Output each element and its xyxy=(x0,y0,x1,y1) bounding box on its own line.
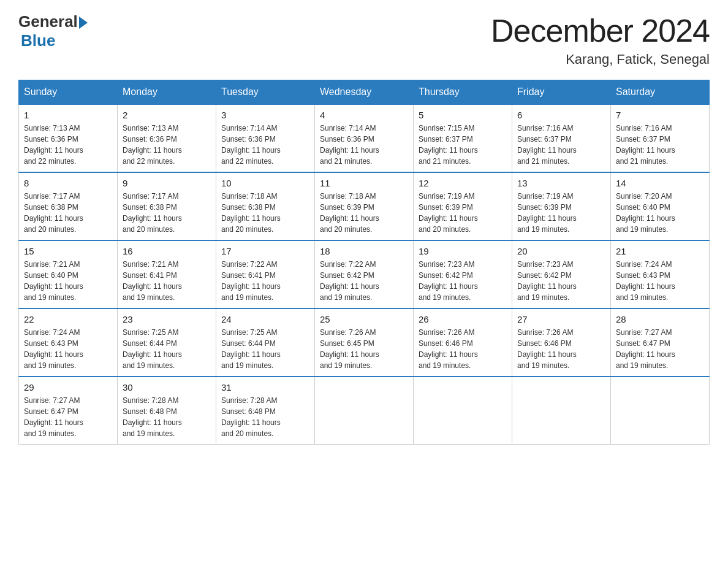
calendar-cell xyxy=(315,377,414,445)
calendar-cell: 6 Sunrise: 7:16 AM Sunset: 6:37 PM Dayli… xyxy=(512,104,611,172)
week-row-2: 8 Sunrise: 7:17 AM Sunset: 6:38 PM Dayli… xyxy=(19,172,710,240)
day-info: Sunrise: 7:28 AM Sunset: 6:48 PM Dayligh… xyxy=(123,395,211,439)
logo-general-text: General xyxy=(18,12,78,31)
header-saturday: Saturday xyxy=(611,80,710,105)
day-info: Sunrise: 7:22 AM Sunset: 6:42 PM Dayligh… xyxy=(320,259,408,303)
calendar-cell: 25 Sunrise: 7:26 AM Sunset: 6:45 PM Dayl… xyxy=(315,308,414,377)
day-info: Sunrise: 7:26 AM Sunset: 6:46 PM Dayligh… xyxy=(517,327,605,371)
day-info: Sunrise: 7:27 AM Sunset: 6:47 PM Dayligh… xyxy=(616,327,704,371)
logo-arrow-icon xyxy=(79,17,88,29)
calendar-cell: 26 Sunrise: 7:26 AM Sunset: 6:46 PM Dayl… xyxy=(414,308,512,377)
day-number: 16 xyxy=(123,246,211,256)
header-friday: Friday xyxy=(512,80,611,105)
day-number: 19 xyxy=(419,246,507,256)
day-info: Sunrise: 7:17 AM Sunset: 6:38 PM Dayligh… xyxy=(24,191,112,235)
calendar-cell: 19 Sunrise: 7:23 AM Sunset: 6:42 PM Dayl… xyxy=(414,240,512,308)
calendar-cell: 13 Sunrise: 7:19 AM Sunset: 6:39 PM Dayl… xyxy=(512,172,611,240)
calendar-cell: 10 Sunrise: 7:18 AM Sunset: 6:38 PM Dayl… xyxy=(216,172,315,240)
day-number: 7 xyxy=(616,110,704,120)
day-number: 1 xyxy=(24,110,112,120)
calendar-cell: 9 Sunrise: 7:17 AM Sunset: 6:38 PM Dayli… xyxy=(118,172,216,240)
day-number: 22 xyxy=(24,314,112,324)
day-info: Sunrise: 7:16 AM Sunset: 6:37 PM Dayligh… xyxy=(517,123,605,167)
day-info: Sunrise: 7:22 AM Sunset: 6:41 PM Dayligh… xyxy=(221,259,309,303)
calendar-cell: 29 Sunrise: 7:27 AM Sunset: 6:47 PM Dayl… xyxy=(19,377,118,445)
calendar-cell: 17 Sunrise: 7:22 AM Sunset: 6:41 PM Dayl… xyxy=(216,240,315,308)
logo: General Blue xyxy=(18,12,88,50)
calendar-cell: 14 Sunrise: 7:20 AM Sunset: 6:40 PM Dayl… xyxy=(611,172,710,240)
day-info: Sunrise: 7:24 AM Sunset: 6:43 PM Dayligh… xyxy=(616,259,704,303)
logo-blue-text: Blue xyxy=(21,31,55,50)
calendar-cell xyxy=(611,377,710,445)
day-info: Sunrise: 7:27 AM Sunset: 6:47 PM Dayligh… xyxy=(24,395,112,439)
day-info: Sunrise: 7:13 AM Sunset: 6:36 PM Dayligh… xyxy=(24,123,112,167)
day-number: 4 xyxy=(320,110,408,120)
week-row-3: 15 Sunrise: 7:21 AM Sunset: 6:40 PM Dayl… xyxy=(19,240,710,308)
calendar-cell: 24 Sunrise: 7:25 AM Sunset: 6:44 PM Dayl… xyxy=(216,308,315,377)
calendar-cell: 15 Sunrise: 7:21 AM Sunset: 6:40 PM Dayl… xyxy=(19,240,118,308)
calendar-cell: 7 Sunrise: 7:16 AM Sunset: 6:37 PM Dayli… xyxy=(611,104,710,172)
day-number: 12 xyxy=(419,178,507,188)
day-info: Sunrise: 7:23 AM Sunset: 6:42 PM Dayligh… xyxy=(517,259,605,303)
day-number: 2 xyxy=(123,110,211,120)
day-number: 9 xyxy=(123,178,211,188)
day-info: Sunrise: 7:21 AM Sunset: 6:40 PM Dayligh… xyxy=(24,259,112,303)
calendar-cell: 16 Sunrise: 7:21 AM Sunset: 6:41 PM Dayl… xyxy=(118,240,216,308)
calendar-subtitle: Karang, Fatick, Senegal xyxy=(491,52,710,67)
day-info: Sunrise: 7:26 AM Sunset: 6:46 PM Dayligh… xyxy=(419,327,507,371)
day-number: 21 xyxy=(616,246,704,256)
calendar-header-row: Sunday Monday Tuesday Wednesday Thursday… xyxy=(19,80,710,105)
day-info: Sunrise: 7:14 AM Sunset: 6:36 PM Dayligh… xyxy=(221,123,309,167)
day-number: 10 xyxy=(221,178,309,188)
week-row-4: 22 Sunrise: 7:24 AM Sunset: 6:43 PM Dayl… xyxy=(19,308,710,377)
calendar-cell: 5 Sunrise: 7:15 AM Sunset: 6:37 PM Dayli… xyxy=(414,104,512,172)
day-info: Sunrise: 7:15 AM Sunset: 6:37 PM Dayligh… xyxy=(419,123,507,167)
header-sunday: Sunday xyxy=(19,80,118,105)
calendar-cell: 3 Sunrise: 7:14 AM Sunset: 6:36 PM Dayli… xyxy=(216,104,315,172)
day-number: 20 xyxy=(517,246,605,256)
calendar-cell: 31 Sunrise: 7:28 AM Sunset: 6:48 PM Dayl… xyxy=(216,377,315,445)
day-info: Sunrise: 7:19 AM Sunset: 6:39 PM Dayligh… xyxy=(419,191,507,235)
day-number: 3 xyxy=(221,110,309,120)
calendar-cell: 2 Sunrise: 7:13 AM Sunset: 6:36 PM Dayli… xyxy=(118,104,216,172)
day-number: 25 xyxy=(320,314,408,324)
day-number: 30 xyxy=(123,382,211,393)
day-number: 14 xyxy=(616,178,704,188)
day-number: 17 xyxy=(221,246,309,256)
day-number: 31 xyxy=(221,382,309,393)
day-number: 18 xyxy=(320,246,408,256)
day-info: Sunrise: 7:20 AM Sunset: 6:40 PM Dayligh… xyxy=(616,191,704,235)
day-info: Sunrise: 7:24 AM Sunset: 6:43 PM Dayligh… xyxy=(24,327,112,371)
day-number: 23 xyxy=(123,314,211,324)
day-number: 15 xyxy=(24,246,112,256)
day-info: Sunrise: 7:14 AM Sunset: 6:36 PM Dayligh… xyxy=(320,123,408,167)
day-number: 6 xyxy=(517,110,605,120)
day-info: Sunrise: 7:16 AM Sunset: 6:37 PM Dayligh… xyxy=(616,123,704,167)
day-info: Sunrise: 7:19 AM Sunset: 6:39 PM Dayligh… xyxy=(517,191,605,235)
calendar-cell: 11 Sunrise: 7:18 AM Sunset: 6:39 PM Dayl… xyxy=(315,172,414,240)
calendar-title: December 2024 xyxy=(491,12,710,49)
calendar-cell: 8 Sunrise: 7:17 AM Sunset: 6:38 PM Dayli… xyxy=(19,172,118,240)
day-number: 24 xyxy=(221,314,309,324)
header-monday: Monday xyxy=(118,80,216,105)
day-info: Sunrise: 7:13 AM Sunset: 6:36 PM Dayligh… xyxy=(123,123,211,167)
calendar-cell: 27 Sunrise: 7:26 AM Sunset: 6:46 PM Dayl… xyxy=(512,308,611,377)
day-number: 28 xyxy=(616,314,704,324)
day-number: 5 xyxy=(419,110,507,120)
day-info: Sunrise: 7:28 AM Sunset: 6:48 PM Dayligh… xyxy=(221,395,309,439)
day-number: 11 xyxy=(320,178,408,188)
calendar-cell: 28 Sunrise: 7:27 AM Sunset: 6:47 PM Dayl… xyxy=(611,308,710,377)
calendar-cell: 18 Sunrise: 7:22 AM Sunset: 6:42 PM Dayl… xyxy=(315,240,414,308)
header-tuesday: Tuesday xyxy=(216,80,315,105)
calendar-cell xyxy=(414,377,512,445)
calendar-cell: 23 Sunrise: 7:25 AM Sunset: 6:44 PM Dayl… xyxy=(118,308,216,377)
page-header: General Blue December 2024 Karang, Fatic… xyxy=(18,12,710,67)
day-info: Sunrise: 7:25 AM Sunset: 6:44 PM Dayligh… xyxy=(221,327,309,371)
day-info: Sunrise: 7:25 AM Sunset: 6:44 PM Dayligh… xyxy=(123,327,211,371)
day-info: Sunrise: 7:18 AM Sunset: 6:39 PM Dayligh… xyxy=(320,191,408,235)
day-number: 27 xyxy=(517,314,605,324)
calendar-cell xyxy=(512,377,611,445)
day-number: 8 xyxy=(24,178,112,188)
calendar-cell: 21 Sunrise: 7:24 AM Sunset: 6:43 PM Dayl… xyxy=(611,240,710,308)
day-info: Sunrise: 7:17 AM Sunset: 6:38 PM Dayligh… xyxy=(123,191,211,235)
